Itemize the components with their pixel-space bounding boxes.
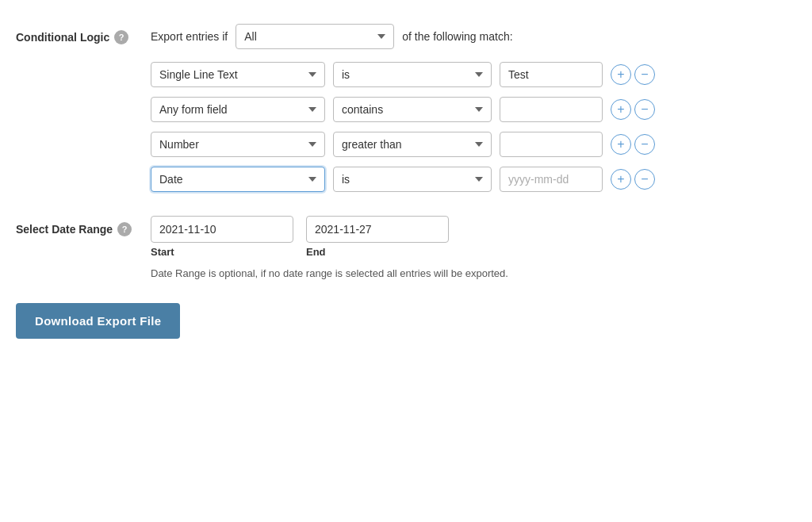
start-date-label: Start [151,246,293,258]
row-3-actions: + − [611,134,655,155]
operator-select-1[interactable]: is is not contains does not contain grea… [333,62,492,87]
value-input-2[interactable] [500,97,603,122]
remove-row-1-button[interactable]: − [634,64,655,85]
add-row-3-button[interactable]: + [611,134,631,155]
end-date-field: End [306,216,449,258]
value-input-1[interactable] [500,62,603,87]
conditional-logic-content: Export entries if All Any of the followi… [151,24,796,192]
export-if-row: Export entries if All Any of the followi… [151,24,796,49]
match-text: of the following match: [402,30,512,43]
date-range-label: Select Date Range ? [16,216,151,236]
conditional-logic-label: Conditional Logic ? [16,24,151,44]
date-range-note: Date Range is optional, if no date range… [151,267,796,279]
conditional-logic-title: Conditional Logic [16,31,109,44]
condition-row-3: Single Line Text Any form field Number D… [151,132,796,157]
export-if-text: Export entries if [151,30,228,43]
row-2-actions: + − [611,99,655,120]
date-range-title: Select Date Range [16,223,113,236]
field-select-4[interactable]: Single Line Text Any form field Number D… [151,167,325,192]
conditional-logic-section: Conditional Logic ? Export entries if Al… [16,24,796,192]
field-select-2[interactable]: Single Line Text Any form field Number D… [151,97,325,122]
start-date-input[interactable] [151,216,293,243]
all-any-select[interactable]: All Any [236,24,394,49]
operator-select-3[interactable]: is is not contains does not contain grea… [333,132,492,157]
bottom-section: Download Export File [16,303,796,339]
download-export-button[interactable]: Download Export File [16,303,180,339]
remove-row-2-button[interactable]: − [634,99,655,120]
date-inputs-row: Start End [151,216,796,258]
remove-row-3-button[interactable]: − [634,134,655,155]
field-select-3[interactable]: Single Line Text Any form field Number D… [151,132,325,157]
row-4-actions: + − [611,169,655,190]
condition-row-4: Single Line Text Any form field Number D… [151,167,796,192]
row-1-actions: + − [611,64,655,85]
add-row-1-button[interactable]: + [611,64,631,85]
value-input-3[interactable] [500,132,603,157]
field-select-1[interactable]: Single Line Text Any form field Number D… [151,62,325,87]
start-date-field: Start [151,216,293,258]
remove-row-4-button[interactable]: − [634,169,655,190]
condition-rows: Single Line Text Any form field Number D… [151,62,796,192]
date-range-content: Start End Date Range is optional, if no … [151,216,796,279]
date-range-help-icon[interactable]: ? [117,222,132,236]
operator-select-4[interactable]: is is not contains does not contain grea… [333,167,492,192]
date-range-section: Select Date Range ? Start End Date Range… [16,216,796,279]
conditional-logic-help-icon[interactable]: ? [114,30,128,44]
condition-row-2: Single Line Text Any form field Number D… [151,97,796,122]
operator-select-2[interactable]: is is not contains does not contain grea… [333,97,492,122]
end-date-label: End [306,246,449,258]
condition-row-1: Single Line Text Any form field Number D… [151,62,796,87]
add-row-2-button[interactable]: + [611,99,631,120]
value-input-4[interactable] [500,167,603,192]
add-row-4-button[interactable]: + [611,169,631,190]
end-date-input[interactable] [306,216,449,243]
